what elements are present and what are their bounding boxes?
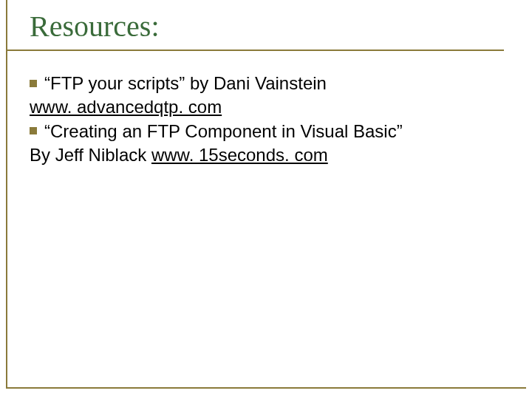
slide: Resources: “FTP your scripts” by Dani Va… bbox=[6, 0, 526, 389]
slide-body: “FTP your scripts” by Dani Vainstein www… bbox=[30, 72, 504, 168]
item-text: “Creating an FTP Component in Visual Bas… bbox=[44, 121, 403, 141]
list-item: “Creating an FTP Component in Visual Bas… bbox=[30, 120, 504, 143]
item-text: “FTP your scripts” by Dani Vainstein bbox=[44, 73, 327, 93]
title-underline bbox=[7, 50, 504, 51]
square-bullet-icon bbox=[30, 80, 37, 87]
list-item: “FTP your scripts” by Dani Vainstein bbox=[30, 72, 504, 95]
slide-title: Resources: bbox=[30, 9, 504, 44]
item-continuation-line: By Jeff Niblack www. 15seconds. com bbox=[30, 143, 504, 167]
item-link[interactable]: www. advancedqtp. com bbox=[30, 97, 222, 117]
item-continuation: By Jeff Niblack bbox=[30, 145, 151, 165]
item-link-line: www. advancedqtp. com bbox=[30, 95, 504, 119]
item-link[interactable]: www. 15seconds. com bbox=[151, 145, 328, 165]
square-bullet-icon bbox=[30, 127, 37, 134]
